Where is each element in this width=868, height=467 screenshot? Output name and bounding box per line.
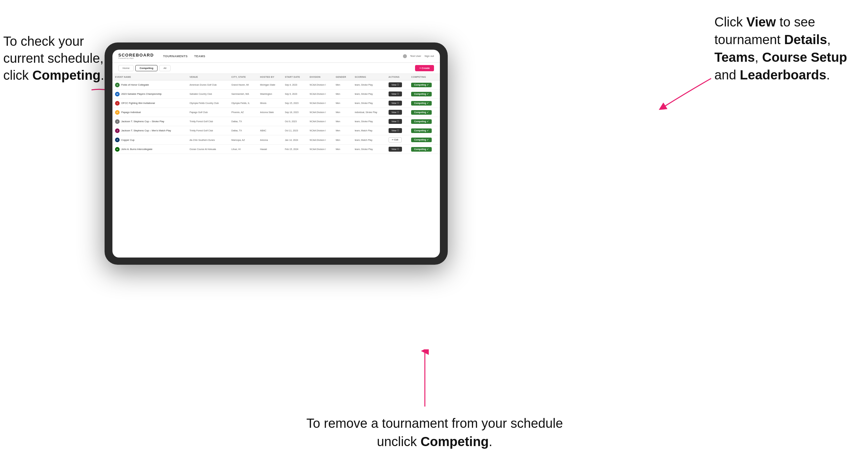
cell-hosted-by xyxy=(257,117,282,126)
cell-event-name: H John A. Burns Intercollegiate xyxy=(113,145,187,154)
competing-button[interactable]: Competing ✓ xyxy=(411,83,432,87)
cell-city-state: Grand Haven, MI xyxy=(229,81,257,90)
cell-hosted-by: Michigan State xyxy=(257,81,282,90)
team-logo: J xyxy=(115,128,120,133)
view-button[interactable]: View ⓘ xyxy=(389,110,402,115)
cell-scoring: team, Stroke Play xyxy=(352,81,385,90)
cell-start-date: Sep 9, 2023 xyxy=(282,90,307,99)
view-button[interactable]: View ⓘ xyxy=(389,92,402,96)
cell-scoring: team, Match Play xyxy=(352,135,385,145)
cell-actions: View ⓘ xyxy=(386,126,408,135)
cell-hosted-by: ABAC xyxy=(257,126,282,135)
filter-home[interactable]: Home xyxy=(118,65,134,71)
right-annotation: Click View to see tournament Details, Te… xyxy=(714,13,858,84)
cell-division: NCAA Division I xyxy=(307,117,333,126)
cell-venue: Papago Golf Club xyxy=(187,108,229,117)
cell-actions: View ⓘ xyxy=(386,99,408,108)
table-row: P Papago Individual Papago Golf Club Pho… xyxy=(113,108,440,117)
team-logo: A xyxy=(115,137,120,142)
cell-city-state: Dallas, TX xyxy=(229,126,257,135)
competing-button[interactable]: Competing ✓ xyxy=(411,147,432,152)
table-row: W 2023 Sahalee Players Championship Saha… xyxy=(113,90,440,99)
cell-scoring: team, Stroke Play xyxy=(352,117,385,126)
view-button[interactable]: View ⓘ xyxy=(389,82,402,87)
left-annotation-bold: Competing xyxy=(32,68,101,82)
col-hosted-by: HOSTED BY xyxy=(257,74,282,81)
filter-all[interactable]: All xyxy=(159,65,170,71)
view-button[interactable]: View ⓘ xyxy=(389,101,402,105)
cell-hosted-by: Arizona xyxy=(257,135,282,145)
cell-competing: Competing ✓ xyxy=(408,117,440,126)
cell-city-state: Dallas, TX xyxy=(229,117,257,126)
cell-scoring: team, Stroke Play xyxy=(352,99,385,108)
cell-venue: Ak-Chin Southern Dunes xyxy=(187,135,229,145)
right-arrow xyxy=(649,75,714,114)
table-row: H John A. Burns Intercollegiate Ocean Co… xyxy=(113,145,440,154)
table-row: S Folds of Honor Collegiate American Dun… xyxy=(113,81,440,90)
col-scoring: SCORING xyxy=(352,74,385,81)
bottom-annotation: To remove a tournament from your schedul… xyxy=(287,414,582,451)
signout-link[interactable]: Sign out xyxy=(425,55,434,58)
left-annotation-period: . xyxy=(101,68,104,82)
left-annotation: To check your current schedule, click Co… xyxy=(3,33,111,84)
competing-button[interactable]: Competing ✓ xyxy=(411,101,432,105)
cell-actions: View ⓘ xyxy=(386,108,408,117)
table-row: J Jackson T. Stephens Cup – Stroke Play … xyxy=(113,117,440,126)
cell-division: NCAA Division I xyxy=(307,126,333,135)
team-logo: H xyxy=(115,147,120,152)
cell-competing: Competing ✓ xyxy=(408,135,440,145)
view-button[interactable]: View ⓘ xyxy=(389,147,402,152)
col-division: DIVISION xyxy=(307,74,333,81)
cell-competing: Competing ✓ xyxy=(408,99,440,108)
cell-hosted-by: Hawaii xyxy=(257,145,282,154)
cell-division: NCAA Division I xyxy=(307,135,333,145)
col-start-date: START DATE xyxy=(282,74,307,81)
cell-start-date: Sep 15, 2023 xyxy=(282,99,307,108)
cell-division: NCAA Division I xyxy=(307,108,333,117)
user-avatar xyxy=(403,54,407,58)
cell-city-state: Maricopa, AZ xyxy=(229,135,257,145)
competing-button[interactable]: Competing ✓ xyxy=(411,128,432,133)
team-logo: I xyxy=(115,101,120,105)
cell-event-name: W 2023 Sahalee Players Championship xyxy=(113,90,187,99)
view-button[interactable]: View ⓘ xyxy=(389,119,402,124)
cell-start-date: Sep 4, 2023 xyxy=(282,81,307,90)
competing-button[interactable]: Competing ✓ xyxy=(411,119,432,124)
competing-button[interactable]: Competing ✓ xyxy=(411,92,432,96)
logo-sub: Powered by clippi xyxy=(118,57,154,59)
filter-competing[interactable]: Competing xyxy=(135,65,157,71)
cell-event-name: A Copper Cup xyxy=(113,135,187,145)
cell-gender: Men xyxy=(333,135,352,145)
competing-button[interactable]: Competing ✓ xyxy=(411,137,432,142)
cell-actions: View ⓘ xyxy=(386,145,408,154)
competing-button[interactable]: Competing ✓ xyxy=(411,110,432,115)
cell-city-state: Olympia Fields, IL xyxy=(229,99,257,108)
cell-hosted-by: Illinois xyxy=(257,99,282,108)
view-button[interactable]: View ⓘ xyxy=(389,128,402,133)
cell-start-date: Oct 9, 2023 xyxy=(282,117,307,126)
user-label: Test User xyxy=(410,55,421,58)
cell-gender: Men xyxy=(333,117,352,126)
filter-row: Home Competing All + Create xyxy=(113,63,440,74)
col-venue: VENUE xyxy=(187,74,229,81)
cell-start-date: Feb 15, 2024 xyxy=(282,145,307,154)
cell-competing: Competing ✓ xyxy=(408,108,440,117)
cell-event-name: I OFCC Fighting Illini Invitational xyxy=(113,99,187,108)
nav-tournaments[interactable]: TOURNAMENTS xyxy=(163,55,188,58)
cell-scoring: team, Stroke Play xyxy=(352,145,385,154)
cell-gender: Men xyxy=(333,99,352,108)
edit-button[interactable]: ✏ Edit xyxy=(389,137,402,143)
cell-division: NCAA Division I xyxy=(307,145,333,154)
table-row: I OFCC Fighting Illini Invitational Olym… xyxy=(113,99,440,108)
cell-competing: Competing ✓ xyxy=(408,126,440,135)
nav-teams[interactable]: TEAMS xyxy=(194,55,205,58)
cell-actions: View ⓘ xyxy=(386,81,408,90)
table-body: S Folds of Honor Collegiate American Dun… xyxy=(113,81,440,154)
right-annotation-text: Click View to see tournament Details, Te… xyxy=(714,15,847,82)
table-row: J Jackson T. Stephens Cup – Men's Match … xyxy=(113,126,440,135)
create-button[interactable]: + Create xyxy=(415,65,434,71)
cell-venue: American Dunes Golf Club xyxy=(187,81,229,90)
tablet-screen: SCOREBOARD Powered by clippi TOURNAMENTS… xyxy=(113,50,440,257)
cell-scoring: team, Stroke Play xyxy=(352,90,385,99)
nav-bar: SCOREBOARD Powered by clippi TOURNAMENTS… xyxy=(113,50,440,63)
